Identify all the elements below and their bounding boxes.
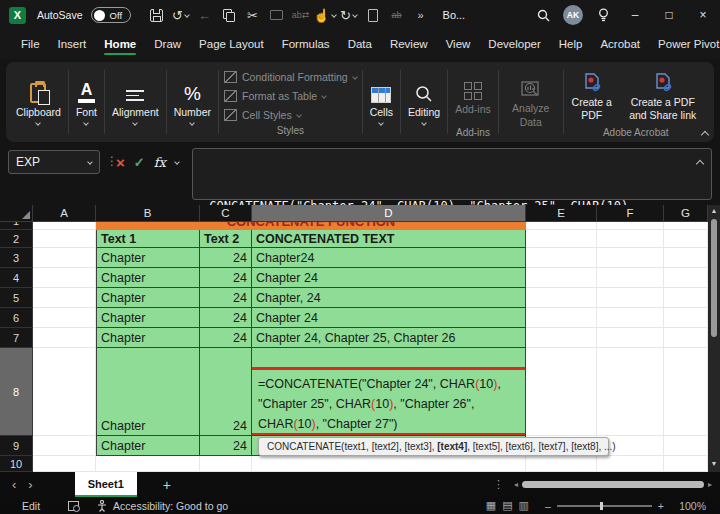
cell-B5[interactable]: Chapter (96, 288, 200, 308)
zoom-out-button[interactable]: – (545, 500, 551, 512)
close-button[interactable]: × (686, 0, 720, 30)
cell-C6[interactable]: 24 (200, 308, 252, 328)
banner-cell[interactable]: CONCATENATE FUNCTION (96, 222, 526, 230)
row-header-1[interactable]: 1 (0, 222, 33, 230)
qat-overflow-button[interactable]: » (409, 2, 433, 28)
zoom-slider[interactable] (557, 505, 652, 507)
column-header-a[interactable]: A (33, 205, 96, 222)
cells-group-button[interactable]: Cells (364, 64, 399, 140)
cut-button[interactable]: ✂ (241, 2, 265, 28)
row-header-4[interactable]: 4 (0, 268, 33, 288)
scroll-left-icon[interactable]: ◂ (514, 480, 518, 489)
scroll-right-icon[interactable]: ▸ (708, 480, 712, 489)
tab-developer[interactable]: Developer (479, 32, 549, 57)
search-button[interactable] (528, 0, 558, 30)
whats-new-button[interactable] (588, 0, 618, 30)
zoom-slider-thumb[interactable] (600, 502, 603, 510)
undo-button[interactable]: ↺ (169, 2, 193, 28)
horizontal-scroll-thumb[interactable] (522, 481, 704, 488)
cell-C4[interactable]: 24 (200, 268, 252, 288)
excel-logo-icon[interactable]: X (9, 7, 26, 24)
view-shortcuts[interactable]: ▦▤▥ (486, 499, 535, 512)
cell-C9[interactable]: 24 (200, 436, 252, 456)
row-header-10[interactable]: 10 (0, 456, 33, 472)
column-header-e[interactable]: E (526, 205, 597, 222)
clipboard-group-button[interactable]: Clipboard (10, 64, 67, 140)
collapse-formula-bar-icon[interactable] (696, 160, 704, 168)
row-header-3[interactable]: 3 (0, 248, 33, 268)
row-header-5[interactable]: 5 (0, 288, 33, 308)
row-header-8[interactable]: 8 (0, 348, 33, 436)
sheet-tab-sheet1[interactable]: Sheet1 (75, 472, 137, 497)
redo-button[interactable]: ↻ (337, 2, 361, 28)
save-button[interactable] (145, 2, 169, 28)
name-box[interactable]: EXP (8, 150, 100, 174)
cell-C5[interactable]: 24 (200, 288, 252, 308)
column-header-d[interactable]: D (252, 205, 526, 222)
insert-function-button[interactable]: fx (154, 155, 166, 170)
tab-review[interactable]: Review (381, 32, 437, 57)
maximize-button[interactable]: □ (652, 0, 686, 30)
vertical-scrollbar[interactable]: ▲ ▼ (708, 205, 720, 472)
minimize-button[interactable]: – (618, 0, 652, 30)
tab-formulas[interactable]: Formulas (273, 32, 339, 57)
cell-D8-editing[interactable]: =CONCATENATE("Chapter 24", CHAR(10), "Ch… (252, 348, 526, 436)
row-header-7[interactable]: 7 (0, 328, 33, 348)
tab-acrobat[interactable]: Acrobat (591, 32, 649, 57)
tab-help[interactable]: Help (550, 32, 592, 57)
cell-D2[interactable]: CONCATENATED TEXT (252, 230, 526, 248)
account-button[interactable]: AK (558, 0, 588, 30)
cell-D6[interactable]: Chapter 24 (252, 308, 526, 328)
next-sheet-button[interactable]: › (28, 477, 44, 492)
cell-B3[interactable]: Chapter (96, 248, 200, 268)
enter-entry-button[interactable]: ✓ (134, 155, 145, 170)
select-all-button[interactable] (0, 205, 33, 222)
cell-B7[interactable]: Chapter (96, 328, 200, 348)
cancel-entry-button[interactable]: × (116, 154, 125, 171)
tab-view[interactable]: View (437, 32, 480, 57)
cell-B8[interactable]: Chapter (96, 348, 200, 436)
tab-file[interactable]: File (12, 32, 49, 57)
zoom-in-button[interactable]: + (658, 500, 664, 512)
column-header-g[interactable]: G (664, 205, 708, 222)
add-sheet-button[interactable]: + (163, 477, 171, 493)
tab-page-layout[interactable]: Page Layout (190, 32, 273, 57)
prev-sheet-button[interactable]: ‹ (0, 477, 28, 492)
formula-input[interactable]: =CONCATENATE("Chapter 24", CHAR(10), "Ch… (192, 148, 712, 200)
autosave-toggle[interactable]: Off (91, 7, 131, 23)
font-group-button[interactable]: A Font (70, 64, 103, 140)
cell-B4[interactable]: Chapter (96, 268, 200, 288)
tab-power-pivot[interactable]: Power Pivot (649, 32, 720, 57)
tab-draw[interactable]: Draw (145, 32, 190, 57)
formula-edit-box[interactable]: =CONCATENATE("Chapter 24", CHAR(10), "Ch… (252, 367, 526, 436)
column-header-f[interactable]: F (597, 205, 664, 222)
cell-D4[interactable]: Chapter 24 (252, 268, 526, 288)
zoom-level[interactable]: 100% (674, 500, 706, 512)
vertical-scroll-thumb[interactable] (711, 219, 717, 337)
cell-C8[interactable]: 24 (200, 348, 252, 436)
tab-insert[interactable]: Insert (49, 32, 96, 57)
copy-button[interactable] (217, 2, 241, 28)
cell-C3[interactable]: 24 (200, 248, 252, 268)
tab-home[interactable]: Home (95, 32, 145, 57)
accessibility-status[interactable]: Accessibility: Good to go (113, 500, 228, 512)
cell-D5[interactable]: Chapter, 24 (252, 288, 526, 308)
create-pdf-share-button[interactable]: Create a PDF and Share link (619, 64, 707, 127)
cell-B2[interactable]: Text 1 (96, 230, 200, 248)
cell-C2[interactable]: Text 2 (200, 230, 252, 248)
scroll-down-icon[interactable]: ▼ (711, 458, 718, 472)
macro-recording-icon[interactable] (68, 501, 79, 511)
cell-B9[interactable]: Chapter (96, 436, 200, 456)
touch-mode-button[interactable]: ☝ (313, 2, 337, 28)
horizontal-scrollbar[interactable]: ◂ ▸ (514, 480, 712, 489)
cell-D3[interactable]: Chapter24 (252, 248, 526, 268)
row-header-9[interactable]: 9 (0, 436, 33, 456)
row-header-2[interactable]: 2 (0, 230, 33, 248)
alignment-group-button[interactable]: Alignment (106, 64, 165, 140)
row-header-6[interactable]: 6 (0, 308, 33, 328)
column-header-c[interactable]: C (200, 205, 252, 222)
create-pdf-button[interactable]: Create a PDF (565, 64, 619, 127)
editing-group-button[interactable]: Editing (402, 64, 446, 140)
cell-B6[interactable]: Chapter (96, 308, 200, 328)
new-file-button[interactable] (361, 2, 385, 28)
